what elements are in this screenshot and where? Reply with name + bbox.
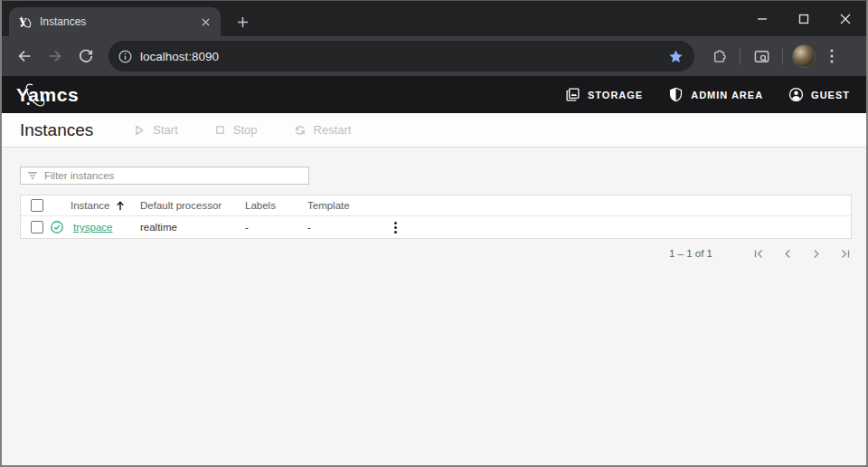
column-header-instance[interactable]: Instance bbox=[71, 200, 140, 212]
extensions-puzzle-icon[interactable] bbox=[704, 42, 733, 71]
restart-button[interactable]: Restart bbox=[294, 123, 352, 137]
select-all-checkbox[interactable] bbox=[31, 199, 43, 212]
first-page-icon[interactable] bbox=[752, 246, 765, 261]
cell-template: - bbox=[307, 222, 382, 233]
nav-storage[interactable]: STORAGE bbox=[565, 87, 643, 102]
stop-button-label: Stop bbox=[233, 123, 258, 137]
nav-guest[interactable]: GUEST bbox=[788, 87, 850, 102]
yamcs-logo[interactable]: Yamcs bbox=[16, 84, 79, 106]
instances-page: Instance Default processor Labels Templa… bbox=[2, 148, 866, 465]
cell-default-processor: realtime bbox=[140, 222, 245, 233]
restart-icon bbox=[294, 124, 307, 137]
column-header-default-processor[interactable]: Default processor bbox=[140, 200, 245, 211]
browser-toolbar bbox=[2, 36, 866, 76]
stop-icon bbox=[214, 124, 226, 136]
nav-guest-label: GUEST bbox=[811, 90, 850, 100]
cell-labels: - bbox=[245, 222, 307, 233]
storage-icon bbox=[565, 87, 580, 102]
toolbar-separator bbox=[782, 48, 783, 64]
nav-admin-area[interactable]: ADMIN AREA bbox=[668, 87, 763, 102]
tab-close-icon[interactable] bbox=[197, 14, 213, 30]
column-header-labels[interactable]: Labels bbox=[245, 200, 307, 211]
start-button[interactable]: Start bbox=[133, 123, 177, 137]
filter-icon bbox=[26, 169, 39, 182]
paginator-range-label: 1 – 1 of 1 bbox=[669, 248, 712, 259]
instance-link[interactable]: tryspace bbox=[73, 222, 112, 233]
side-panel-search-icon[interactable] bbox=[747, 42, 776, 71]
browser-window: Y Instances bbox=[0, 0, 868, 467]
column-header-template[interactable]: Template bbox=[307, 200, 382, 211]
row-checkbox[interactable] bbox=[31, 221, 43, 234]
instance-running-check-icon bbox=[50, 220, 64, 234]
play-icon bbox=[133, 124, 146, 137]
page-toolbar: Instances Start Stop bbox=[2, 113, 866, 148]
restart-button-label: Restart bbox=[314, 123, 352, 137]
row-actions-kebab-icon[interactable] bbox=[389, 220, 401, 235]
shield-icon bbox=[668, 87, 684, 102]
forward-icon[interactable] bbox=[41, 42, 70, 71]
browser-tab[interactable]: Y Instances bbox=[9, 7, 221, 36]
bookmark-star-icon[interactable] bbox=[668, 49, 684, 64]
stop-button[interactable]: Stop bbox=[214, 123, 258, 137]
back-icon[interactable] bbox=[10, 42, 39, 71]
account-circle-icon bbox=[788, 87, 804, 102]
window-close-icon[interactable] bbox=[825, 1, 866, 36]
window-minimize-icon[interactable] bbox=[741, 1, 783, 36]
sort-asc-icon bbox=[115, 200, 126, 212]
table-header-row: Instance Default processor Labels Templa… bbox=[21, 195, 851, 216]
filter-input[interactable] bbox=[44, 170, 303, 181]
filter-box[interactable] bbox=[20, 167, 309, 185]
yamcs-app-bar: Yamcs STORAGE ADMIN bbox=[2, 76, 866, 113]
toolbar-separator bbox=[740, 48, 741, 64]
nav-admin-area-label: ADMIN AREA bbox=[691, 90, 763, 100]
site-info-icon[interactable] bbox=[118, 49, 133, 64]
table-row: tryspace realtime - - bbox=[21, 216, 851, 238]
profile-avatar[interactable] bbox=[792, 44, 816, 68]
start-button-label: Start bbox=[153, 123, 177, 137]
url-input[interactable] bbox=[140, 50, 668, 63]
browser-titlebar: Y Instances bbox=[2, 1, 866, 36]
address-bar[interactable] bbox=[108, 41, 694, 71]
nav-storage-label: STORAGE bbox=[588, 90, 643, 100]
last-page-icon[interactable] bbox=[839, 246, 852, 261]
new-tab-icon[interactable] bbox=[231, 11, 253, 33]
yamcs-favicon-icon: Y bbox=[18, 14, 33, 29]
yamcs-logo-text: Yamcs bbox=[16, 84, 79, 105]
instances-table: Instance Default processor Labels Templa… bbox=[20, 195, 852, 239]
paginator: 1 – 1 of 1 bbox=[20, 246, 852, 261]
previous-page-icon[interactable] bbox=[781, 246, 794, 261]
page-title: Instances bbox=[20, 120, 93, 140]
window-maximize-icon[interactable] bbox=[783, 1, 825, 36]
reload-icon[interactable] bbox=[71, 42, 100, 71]
tab-title: Instances bbox=[40, 15, 197, 28]
chrome-menu-kebab-icon[interactable] bbox=[820, 42, 844, 71]
next-page-icon[interactable] bbox=[810, 246, 823, 261]
